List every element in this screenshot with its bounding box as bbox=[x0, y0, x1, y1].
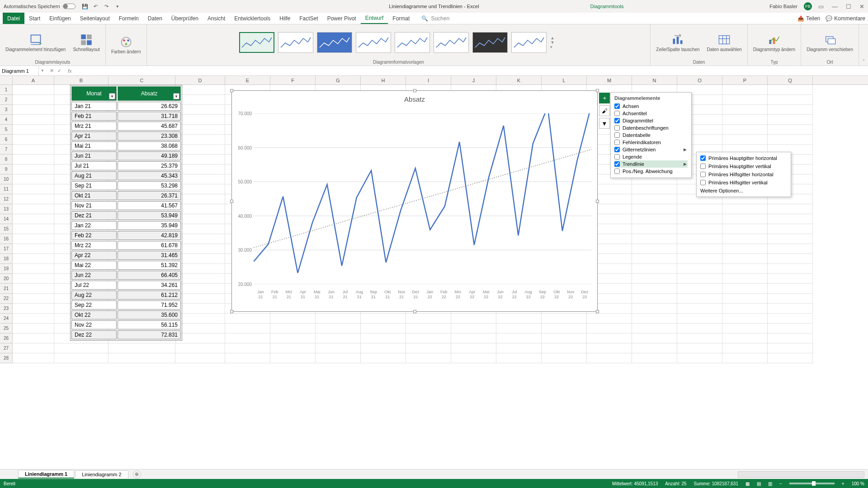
cell[interactable] bbox=[175, 254, 225, 264]
cell[interactable] bbox=[632, 204, 677, 214]
chart-element-option[interactable]: Fehlerindikatoren bbox=[614, 139, 688, 146]
filter-icon[interactable]: ▼ bbox=[173, 93, 179, 99]
redo-icon[interactable]: ↷ bbox=[104, 3, 110, 9]
chart-title[interactable]: Absatz bbox=[232, 95, 597, 103]
cell[interactable] bbox=[361, 353, 406, 363]
cell[interactable] bbox=[768, 324, 813, 333]
sheet-tab[interactable]: Liniendiagramm 2 bbox=[75, 470, 128, 478]
cell[interactable] bbox=[13, 284, 54, 294]
row-header[interactable]: 22 bbox=[0, 294, 13, 304]
chart-resize-handle[interactable] bbox=[596, 89, 599, 92]
close-icon[interactable]: ✕ bbox=[859, 3, 864, 10]
cell[interactable] bbox=[632, 234, 677, 244]
chart-object[interactable]: Absatz 20.00030.00040.00050.00060.00070.… bbox=[231, 90, 598, 312]
chart-filter-button[interactable]: ▼ bbox=[599, 118, 610, 129]
chart-element-option[interactable]: Datenbeschriftungen bbox=[614, 124, 688, 131]
fx-icon[interactable]: fx bbox=[68, 68, 72, 74]
chart-style-thumb[interactable] bbox=[239, 32, 274, 53]
cell[interactable] bbox=[542, 314, 587, 324]
quick-layout-button[interactable]: Schnelllayout bbox=[71, 33, 101, 53]
cell[interactable] bbox=[632, 304, 677, 314]
table-row[interactable]: Dez 2272.831 bbox=[71, 330, 181, 339]
namebox-dropdown-icon[interactable]: ▼ bbox=[39, 69, 46, 73]
table-row[interactable]: Jun 2266.405 bbox=[71, 271, 181, 280]
cell[interactable] bbox=[677, 264, 722, 274]
checkbox-icon[interactable] bbox=[614, 147, 620, 152]
tab-seitenlayout[interactable]: Seitenlayout bbox=[75, 13, 114, 24]
tab-ansicht[interactable]: Ansicht bbox=[203, 13, 230, 24]
cell[interactable] bbox=[13, 343, 54, 353]
cell[interactable] bbox=[451, 314, 496, 324]
checkbox-icon[interactable] bbox=[700, 164, 706, 169]
cell[interactable] bbox=[677, 254, 722, 264]
chart-element-option[interactable]: Achsen bbox=[614, 103, 688, 110]
cell[interactable] bbox=[722, 254, 768, 264]
row-header[interactable]: 4 bbox=[0, 115, 13, 125]
cell[interactable] bbox=[677, 353, 722, 363]
row-header[interactable]: 2 bbox=[0, 95, 13, 105]
column-header[interactable]: Q bbox=[768, 76, 813, 84]
chart-style-thumb[interactable] bbox=[472, 32, 508, 53]
cell[interactable] bbox=[768, 125, 813, 135]
gridline-option[interactable]: Primäres Hilfsgitter horizontal bbox=[700, 170, 787, 178]
row-header[interactable]: 13 bbox=[0, 204, 13, 214]
chart-element-option[interactable]: Pos./Neg. Abweichung bbox=[614, 168, 688, 175]
filter-icon[interactable]: ▼ bbox=[109, 93, 115, 99]
cell[interactable] bbox=[722, 294, 768, 304]
cell[interactable] bbox=[632, 353, 677, 363]
cell[interactable] bbox=[632, 284, 677, 294]
chart-elements-button[interactable]: ＋ bbox=[599, 93, 610, 103]
row-header[interactable]: 16 bbox=[0, 234, 13, 244]
autosave-toggle[interactable]: Automatisches Speichern bbox=[4, 4, 75, 9]
chart-element-option[interactable]: Achsentitel bbox=[614, 110, 688, 117]
row-header[interactable]: 1 bbox=[0, 85, 13, 95]
enter-formula-icon[interactable]: ✓ bbox=[57, 68, 61, 74]
cell[interactable] bbox=[722, 264, 768, 274]
cell[interactable] bbox=[632, 194, 677, 204]
cell[interactable] bbox=[13, 105, 54, 115]
row-header[interactable]: 6 bbox=[0, 135, 13, 145]
cell[interactable] bbox=[13, 125, 54, 135]
cell[interactable] bbox=[632, 314, 677, 324]
cell[interactable] bbox=[722, 244, 768, 254]
cell[interactable] bbox=[13, 164, 54, 174]
row-header[interactable]: 28 bbox=[0, 353, 13, 363]
table-row[interactable]: Okt 2235.600 bbox=[71, 310, 181, 319]
cell[interactable] bbox=[225, 324, 270, 333]
cell[interactable] bbox=[316, 353, 361, 363]
horizontal-scrollbar[interactable] bbox=[738, 471, 864, 478]
cell[interactable] bbox=[722, 314, 768, 324]
cell[interactable] bbox=[722, 324, 768, 333]
chart-style-thumb[interactable] bbox=[278, 32, 313, 53]
column-header[interactable]: K bbox=[496, 76, 542, 84]
undo-icon[interactable]: ↶ bbox=[93, 3, 99, 9]
cell[interactable] bbox=[496, 324, 542, 333]
comments-button[interactable]: 💬 Kommentare bbox=[826, 15, 865, 22]
cell[interactable] bbox=[175, 145, 225, 155]
row-header[interactable]: 7 bbox=[0, 145, 13, 155]
chart-element-option[interactable]: Trendlinie▶ bbox=[614, 160, 688, 168]
table-row[interactable]: Mai 2251.392 bbox=[71, 261, 181, 270]
cell[interactable] bbox=[722, 353, 768, 363]
chart-resize-handle[interactable] bbox=[413, 89, 416, 92]
table-row[interactable]: Jan 2126.629 bbox=[71, 102, 181, 111]
cell[interactable] bbox=[722, 214, 768, 224]
column-header[interactable]: L bbox=[542, 76, 587, 84]
cell[interactable] bbox=[361, 343, 406, 353]
tab-factset[interactable]: FactSet bbox=[295, 13, 322, 24]
cell[interactable] bbox=[677, 343, 722, 353]
cell[interactable] bbox=[13, 324, 54, 333]
cell[interactable] bbox=[587, 314, 632, 324]
cell[interactable] bbox=[13, 274, 54, 284]
cell[interactable] bbox=[768, 304, 813, 314]
cell[interactable] bbox=[13, 304, 54, 314]
row-header[interactable]: 9 bbox=[0, 164, 13, 174]
table-row[interactable]: Jan 2235.949 bbox=[71, 221, 181, 230]
select-data-button[interactable]: Daten auswählen bbox=[705, 33, 744, 53]
cell[interactable] bbox=[54, 353, 108, 363]
cell[interactable] bbox=[316, 324, 361, 333]
cell[interactable] bbox=[768, 284, 813, 294]
cell[interactable] bbox=[13, 234, 54, 244]
cell[interactable] bbox=[175, 204, 225, 214]
tab-überprüfen[interactable]: Überprüfen bbox=[167, 13, 203, 24]
